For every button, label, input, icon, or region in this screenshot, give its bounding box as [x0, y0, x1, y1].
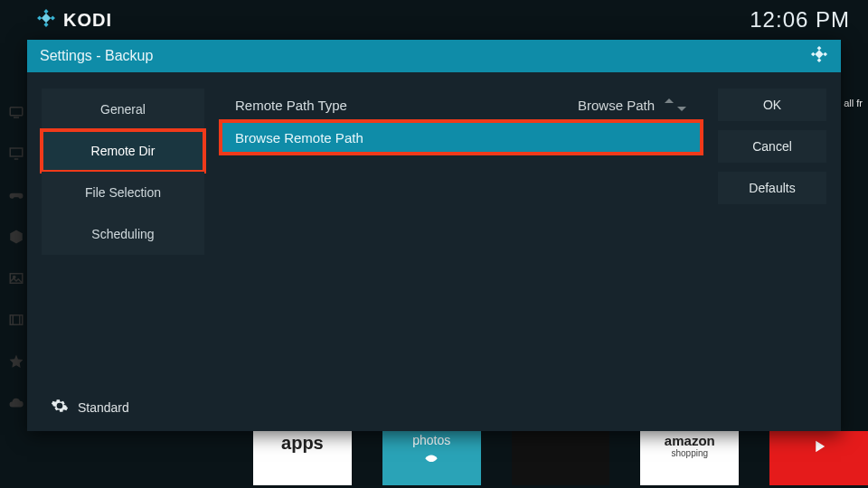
svg-rect-7 [10, 148, 23, 156]
setting-browse-remote-path[interactable]: Browse Remote Path [221, 121, 702, 154]
settings-level-label: Standard [78, 400, 129, 415]
star-icon[interactable] [7, 352, 25, 371]
kodi-logo-icon [810, 45, 828, 67]
svg-rect-10 [10, 315, 23, 325]
sidebar-item-file-selection[interactable]: File Selection [42, 172, 204, 213]
tile-photos-label: photos [412, 433, 450, 447]
svg-rect-16 [817, 58, 822, 62]
gamepad-icon[interactable] [7, 186, 25, 204]
settings-list: Remote Path Type Browse Path Browse Remo… [221, 89, 702, 420]
svg-rect-1 [37, 15, 42, 20]
svg-rect-3 [43, 23, 48, 27]
sidebar-item-label: General [100, 102, 146, 117]
edge-text: all fr [844, 98, 863, 108]
spinner-updown-icon[interactable] [664, 99, 687, 111]
action-column: OK Cancel Defaults [718, 89, 826, 420]
tile-amazon[interactable]: amazonshopping [640, 431, 739, 485]
image-icon[interactable] [7, 269, 25, 287]
addons-icon[interactable] [7, 228, 25, 246]
tile-apps-label: apps [281, 433, 324, 454]
svg-rect-4 [42, 14, 51, 23]
background-tiles: apps photos amazonshopping [0, 431, 868, 488]
setting-value: Browse Path [578, 98, 655, 113]
tile-apps[interactable]: apps [253, 431, 352, 485]
tile-photos[interactable]: photos [382, 431, 481, 485]
svg-rect-0 [43, 9, 48, 14]
defaults-button[interactable]: Defaults [718, 172, 826, 204]
brand: KODI [36, 8, 112, 32]
cancel-button[interactable]: Cancel [718, 130, 826, 163]
kodi-logo-icon [36, 8, 56, 32]
button-label: OK [763, 98, 781, 112]
svg-rect-13 [817, 46, 822, 51]
svg-rect-15 [823, 52, 827, 57]
svg-rect-14 [811, 52, 816, 57]
sidebar-item-remote-dir[interactable]: Remote Dir [42, 130, 204, 172]
button-label: Cancel [752, 139, 792, 154]
svg-rect-2 [51, 15, 55, 20]
tile-amazon-sub: shopping [671, 448, 708, 458]
brand-text: KODI [63, 10, 112, 31]
gear-icon [51, 397, 69, 418]
setting-remote-path-type[interactable]: Remote Path Type Browse Path [221, 89, 702, 121]
button-label: Defaults [749, 181, 795, 195]
svg-rect-5 [10, 108, 23, 116]
setting-label: Browse Remote Path [235, 130, 363, 145]
topbar: KODI 12:06 PM [0, 0, 868, 40]
clock: 12:06 PM [750, 7, 850, 33]
settings-level[interactable]: Standard [42, 391, 204, 420]
sidebar-item-general[interactable]: General [42, 89, 204, 130]
setting-label: Remote Path Type [235, 98, 347, 113]
tile-amazon-label: amazon [665, 433, 715, 448]
modal-title: Settings - Backup [40, 48, 153, 64]
settings-sidebar: General Remote Dir File Selection Schedu… [42, 89, 204, 420]
display-icon[interactable] [7, 145, 25, 163]
sidebar-item-scheduling[interactable]: Scheduling [42, 213, 204, 255]
svg-rect-17 [815, 50, 823, 58]
ok-button[interactable]: OK [718, 89, 826, 121]
modal-body: General Remote Dir File Selection Schedu… [27, 72, 841, 431]
tile-dark[interactable] [512, 431, 610, 485]
tv-icon[interactable] [7, 103, 25, 121]
cloud-icon[interactable] [7, 394, 25, 412]
modal-header: Settings - Backup [27, 40, 841, 72]
video-icon[interactable] [7, 311, 25, 329]
sidebar-item-label: File Selection [85, 185, 161, 200]
tile-red[interactable] [769, 431, 868, 485]
settings-modal: Settings - Backup General Remote Dir Fil… [27, 40, 841, 431]
sidebar-item-label: Remote Dir [91, 144, 156, 158]
sidebar-item-label: Scheduling [91, 227, 154, 241]
